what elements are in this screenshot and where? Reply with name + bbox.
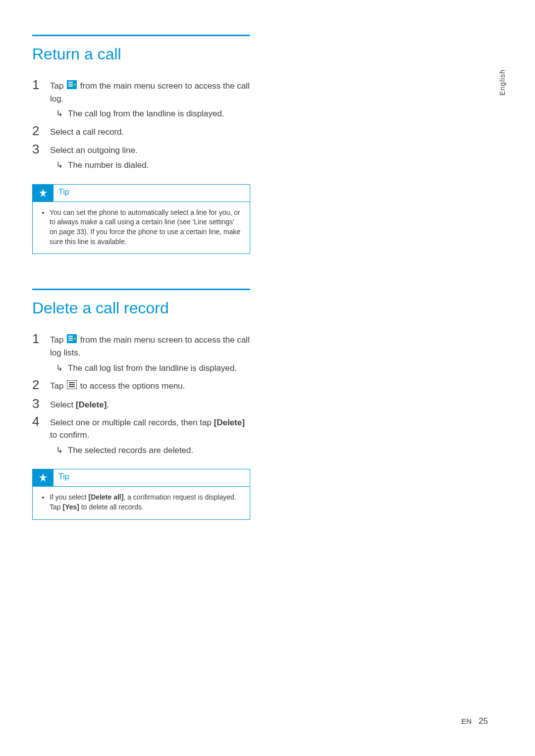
step-body: Tap from the main menu screen to access …: [50, 332, 250, 374]
step-text-post: from the main menu screen to access the …: [50, 336, 250, 357]
step-text: Select a call record.: [50, 127, 124, 137]
step-text-pre: Select one or multiple call records, the…: [50, 418, 214, 427]
result-arrow-icon: ↳: [56, 108, 68, 120]
step-number: 1: [32, 78, 50, 91]
result-list: ↳ The call log list from the landline is…: [50, 362, 250, 375]
result-item: ↳ The number is dialed.: [50, 159, 250, 172]
step-body: Select [Delete].: [50, 397, 250, 411]
tip-body: You can set the phone to automatically s…: [33, 202, 250, 253]
result-list: ↳ The selected records are deleted.: [50, 445, 250, 457]
step-item: 4 Select one or multiple call records, t…: [32, 415, 250, 456]
step-text: Select an outgoing line.: [50, 146, 138, 155]
section-rule: [32, 35, 250, 36]
result-item: ↳ The selected records are deleted.: [50, 445, 250, 457]
tip-header: Tip: [33, 185, 250, 202]
svg-rect-5: [68, 336, 73, 337]
step-body: Tap to access the options menu.: [50, 378, 250, 393]
step-item: 1 Tap from the main menu screen to acces…: [32, 78, 250, 120]
step-body: Select an outgoing line. ↳ The number is…: [50, 143, 250, 172]
page-footer: EN 25: [461, 716, 488, 726]
step-text-bold: [Delete]: [76, 400, 107, 409]
section-rule: [32, 289, 250, 290]
step-text-post: to access the options menu.: [78, 381, 185, 391]
step-list: 1 Tap from the main menu screen to acces…: [32, 78, 250, 172]
tip-header: Tip: [33, 469, 250, 487]
step-number: 2: [32, 378, 50, 391]
result-item: ↳ The call log list from the landline is…: [50, 362, 250, 375]
svg-rect-3: [68, 86, 73, 87]
svg-rect-1: [68, 82, 73, 83]
result-arrow-icon: ↳: [56, 362, 68, 375]
language-tab: English: [498, 69, 506, 96]
tip-text: If you select [Delete all], a confirmati…: [50, 493, 243, 512]
svg-rect-11: [69, 386, 75, 387]
step-number: 3: [32, 143, 50, 155]
result-list: ↳ The call log from the landline is disp…: [50, 108, 250, 120]
tip-label: Tip: [54, 185, 74, 202]
step-text-pre: Tap: [50, 381, 66, 391]
footer-lang: EN: [461, 717, 472, 725]
step-item: 3 Select an outgoing line. ↳ The number …: [32, 143, 250, 172]
step-number: 2: [32, 124, 50, 137]
step-text-post: from the main menu screen to access the …: [50, 81, 250, 103]
step-body: Select a call record.: [50, 124, 250, 139]
step-text-post: .: [107, 400, 109, 409]
content-column: Return a call 1 Tap from the main menu s…: [32, 35, 250, 520]
svg-rect-10: [69, 384, 75, 385]
step-text-post: to confirm.: [50, 430, 89, 440]
svg-rect-6: [68, 338, 73, 339]
step-text-bold: [Delete]: [214, 418, 245, 427]
step-number: 4: [32, 415, 50, 428]
step-body: Select one or multiple call records, the…: [50, 415, 250, 456]
call-log-icon: [67, 80, 77, 93]
result-item: ↳ The call log from the landline is disp…: [50, 108, 250, 120]
footer-page-number: 25: [479, 716, 488, 726]
tip-body: If you select [Delete all], a confirmati…: [33, 487, 250, 519]
result-text: The number is dialed.: [68, 159, 149, 172]
tip-text: You can set the phone to automatically s…: [50, 208, 243, 247]
svg-rect-2: [68, 84, 73, 85]
result-arrow-icon: ↳: [56, 445, 68, 457]
step-item: 2 Tap to access the options menu.: [32, 378, 250, 393]
svg-rect-9: [69, 382, 75, 383]
result-text: The selected records are deleted.: [68, 445, 193, 457]
step-list: 1 Tap from the main menu screen to acces…: [32, 332, 250, 456]
step-text-pre: Select: [50, 400, 76, 409]
tip-icon: [33, 469, 54, 486]
step-number: 3: [32, 397, 50, 410]
section-title-delete-record: Delete a call record: [32, 299, 250, 317]
step-number: 1: [32, 332, 50, 345]
step-body: Tap from the main menu screen to access …: [50, 78, 250, 120]
step-item: 1 Tap from the main menu screen to acces…: [32, 332, 250, 374]
step-item: 3 Select [Delete].: [32, 397, 250, 411]
step-item: 2 Select a call record.: [32, 124, 250, 139]
call-log-icon: [67, 334, 77, 347]
section-title-return-call: Return a call: [32, 45, 250, 63]
tip-box: Tip If you select [Delete all], a confir…: [32, 469, 250, 519]
tip-icon: [33, 185, 54, 202]
step-text-pre: Tap: [50, 81, 66, 91]
step-text-pre: Tap: [50, 336, 66, 345]
svg-rect-7: [68, 340, 73, 341]
options-menu-icon: [67, 380, 77, 393]
result-arrow-icon: ↳: [56, 159, 68, 172]
result-text: The call log from the landline is displa…: [68, 108, 224, 120]
result-text: The call log list from the landline is d…: [68, 362, 237, 375]
result-list: ↳ The number is dialed.: [50, 159, 250, 172]
tip-box: Tip You can set the phone to automatical…: [32, 184, 250, 254]
tip-label: Tip: [54, 469, 74, 486]
